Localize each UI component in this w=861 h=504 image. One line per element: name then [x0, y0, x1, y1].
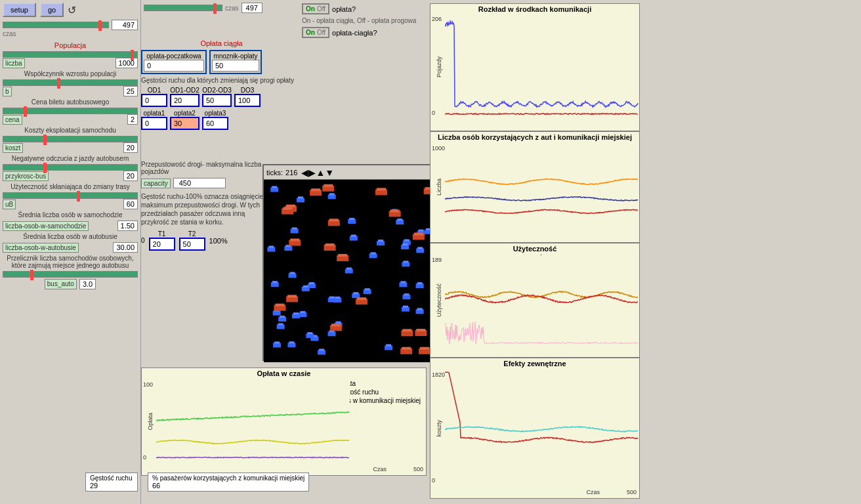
- cena-value: 2: [127, 114, 138, 125]
- wspolczynnik-label: Współczynnik wzrostu populacji: [3, 70, 138, 77]
- nav-left-icon[interactable]: ◀: [301, 167, 308, 178]
- ticks-label: ticks:: [266, 169, 283, 177]
- od1-od2-label: OD1-OD2: [170, 87, 200, 94]
- hundred-label: 100%: [209, 237, 228, 245]
- uzytecznosc-title: Użyteczność: [430, 243, 639, 254]
- przykrosc-value: 20: [123, 171, 138, 181]
- liczba-canvas: [445, 144, 639, 229]
- czas-label: czas: [3, 30, 138, 37]
- mnoznik-label: mnoznik-oplaty: [212, 52, 259, 60]
- oplata-czas-label: Czas: [373, 466, 387, 472]
- od2-od3-label: OD2-OD3: [202, 87, 232, 94]
- oplata-y-label: Opłata: [147, 413, 154, 430]
- koszt-slider[interactable]: [3, 136, 138, 142]
- pasazerow-box: % pasażerów korzystających z komunikacji…: [148, 472, 309, 492]
- liczba-slider[interactable]: [3, 51, 138, 58]
- oplata2-input[interactable]: [170, 117, 200, 130]
- rozklad-y-label: Pojazdy: [436, 56, 442, 77]
- liczba-autobus-value: 30.00: [113, 242, 138, 253]
- oplata-czas-max: 500: [413, 466, 423, 472]
- gestosc-bottom-label: Gęstość ruchu: [90, 474, 133, 482]
- nav-down-icon[interactable]: ▼: [325, 167, 334, 178]
- oplata-toggle[interactable]: On Off: [302, 3, 329, 14]
- pasazerow-value: 66: [152, 482, 304, 490]
- liczba-osob-value: 1.50: [117, 220, 138, 231]
- zero-label: 0: [141, 237, 145, 244]
- setup-button[interactable]: setup: [3, 3, 36, 17]
- czas-top-label: czas: [225, 5, 239, 12]
- t2-input[interactable]: [179, 238, 205, 251]
- bus-auto-slider[interactable]: [3, 271, 138, 278]
- b-label: b: [3, 87, 12, 96]
- b-value: 25: [123, 86, 138, 96]
- efekty-canvas: [445, 370, 639, 478]
- srednia-osob-label: Średnia liczba osób w samochodzie: [3, 211, 138, 219]
- pasazerow-label: % pasażerów korzystających z komunikacji…: [152, 474, 304, 482]
- oplata1-label: oplata1: [141, 110, 167, 117]
- przykrosc-label: przykrosc-bus: [3, 171, 49, 181]
- przykrosc-slider[interactable]: [3, 164, 138, 171]
- on-off-desc: On - opłata ciągła, Off - opłata progowa: [302, 17, 433, 24]
- oplata-ciagla-toggle[interactable]: On Off: [302, 27, 329, 38]
- do3-label: DO3: [234, 87, 261, 94]
- capacity-label: capacity: [141, 178, 171, 188]
- ticks-value: 216: [285, 169, 297, 177]
- t1-label: T1: [149, 230, 175, 238]
- go-button[interactable]: go: [40, 3, 64, 17]
- bus-auto-label: bus_auto: [45, 279, 77, 289]
- uzyt-canvas: [445, 255, 639, 344]
- uzyt-y-label: Użyteczność: [436, 284, 442, 317]
- t1-input[interactable]: [149, 238, 175, 251]
- gestosci-label: Gęstości ruchu dla których zmieniają się…: [141, 77, 302, 84]
- refresh-icon: ↺: [68, 4, 76, 16]
- czas-top-slider[interactable]: [144, 5, 222, 11]
- koszt-value: 20: [123, 142, 138, 153]
- cena-slider[interactable]: [3, 108, 138, 114]
- oplata-poczatkowa-value[interactable]: 0: [144, 60, 204, 72]
- t2-label: T2: [179, 230, 205, 238]
- oplata3-input[interactable]: [202, 117, 228, 130]
- nav-up-icon[interactable]: ▲: [316, 167, 325, 178]
- liczba-y-label: Liczba: [436, 178, 442, 196]
- oplata-ciagla-title: Opłata ciągła: [141, 39, 302, 47]
- przelicznik-label: Przelicznik liczba samochodów osobowych,…: [3, 255, 138, 269]
- cena-biletu-label: Cena biletu autobusowego: [3, 98, 138, 106]
- czas-top-value: 497: [242, 3, 262, 13]
- oplata-canvas: [156, 380, 350, 462]
- bus-auto-value: 3.0: [79, 279, 96, 289]
- liczba-osob-label: liczba-osob-w-samochodzie: [3, 221, 89, 231]
- efekty-chart: Efekty zewnętrzne Dzienne koszty kongest…: [430, 358, 640, 499]
- efekty-y-label: koszty: [436, 420, 442, 437]
- oplata-ciagla-label: opłata-ciagła?: [332, 29, 377, 37]
- rozklad-chart: Rozkład w środkach komunikacji Auta Auto…: [430, 3, 640, 131]
- od1-od2-input[interactable]: [170, 94, 200, 107]
- efekty-czas-label: Czas: [586, 489, 600, 495]
- czas-slider[interactable]: [3, 22, 109, 28]
- srednia-autobus-label: Średnia liczba osób w autobusie: [3, 233, 138, 240]
- liczba-value: 1000: [116, 58, 138, 68]
- capacity-value: 450: [173, 178, 226, 188]
- liczba-autobus-label: liczba-osob-w-autobusie: [3, 243, 79, 253]
- uB-label: uB: [3, 200, 16, 209]
- oplata3-label: oplata3: [202, 110, 228, 117]
- b-slider[interactable]: [3, 79, 138, 86]
- oplata2-label: oplata2: [170, 110, 200, 117]
- liczba-title: Liczba osób korzystających z aut i komun…: [430, 132, 639, 142]
- od1-label: OD1: [141, 87, 167, 94]
- mnoznik-value[interactable]: 50: [212, 60, 259, 72]
- rozklad-title: Rozkład w środkach komunikacji: [430, 4, 639, 14]
- przepustowosc-label: Przepustowość drogi- maksymalna liczba p…: [141, 161, 272, 175]
- oplata-chart: Opłata w czasie Opłata Gęstość ruchu % o…: [141, 368, 427, 476]
- on2-indicator: On: [306, 29, 315, 36]
- do3-input[interactable]: [234, 94, 261, 107]
- koszt-label: koszt: [3, 143, 23, 153]
- od1-input[interactable]: [141, 94, 167, 107]
- uB-value: 60: [123, 199, 138, 209]
- gestosc-box: Gęstość ruchu 29: [85, 472, 138, 492]
- uB-slider[interactable]: [3, 192, 138, 199]
- od2-od3-input[interactable]: [202, 94, 232, 107]
- oplata1-input[interactable]: [141, 117, 167, 130]
- liczba-label: liczba: [3, 58, 25, 68]
- gestosc-desc: Gęstość ruchu-100% oznacza osiągnięcie m…: [141, 192, 272, 226]
- nav-right-icon[interactable]: ▶: [308, 167, 316, 178]
